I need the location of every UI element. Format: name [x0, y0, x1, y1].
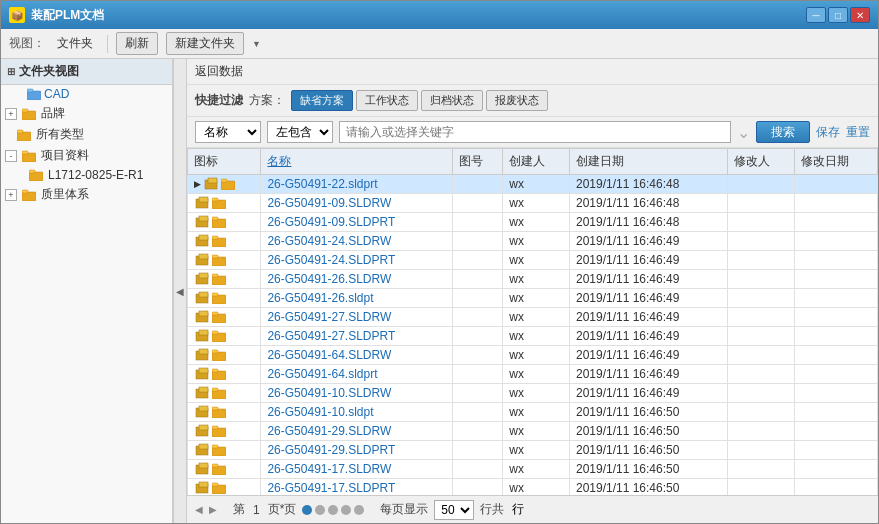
col-modify-date[interactable]: 修改日期: [794, 149, 877, 175]
page-dot-4[interactable]: [341, 505, 351, 515]
table-row[interactable]: 26-G50491-27.SLDRWwx2019/1/11 16:46:49: [188, 308, 878, 327]
table-row[interactable]: 26-G50491-09.SLDRWwx2019/1/11 16:46:48: [188, 194, 878, 213]
table-row[interactable]: ▶26-G50491-22.sldprtwx2019/1/11 16:46:48: [188, 175, 878, 194]
search-input[interactable]: [339, 121, 731, 143]
file-name-cell[interactable]: 26-G50491-64.sldprt: [261, 365, 453, 384]
file-name-cell[interactable]: 26-G50491-09.SLDRW: [261, 194, 453, 213]
new-folder-button[interactable]: 新建文件夹: [166, 32, 244, 55]
table-row[interactable]: 26-G50491-26.sldptwx2019/1/11 16:46:49: [188, 289, 878, 308]
sidebar-item-all-types[interactable]: 所有类型: [1, 124, 172, 145]
dropdown-arrow-icon[interactable]: ▼: [252, 39, 261, 49]
file-name-link[interactable]: 26-G50491-24.SLDPRT: [267, 253, 395, 267]
file-name-cell[interactable]: 26-G50491-10.SLDRW: [261, 384, 453, 403]
file-name-cell[interactable]: 26-G50491-64.SLDRW: [261, 346, 453, 365]
sidebar-item-quality-label: 质里体系: [41, 186, 89, 203]
table-row[interactable]: 26-G50491-29.SLDPRTwx2019/1/11 16:46:50: [188, 441, 878, 460]
search-field-select[interactable]: 名称 图号 创建人: [195, 121, 261, 143]
file-name-link[interactable]: 26-G50491-27.SLDRW: [267, 310, 391, 324]
col-create-date[interactable]: 创建日期: [569, 149, 727, 175]
file-name-link[interactable]: 26-G50491-27.SLDPRT: [267, 329, 395, 343]
modify-date-cell: [794, 232, 877, 251]
table-row[interactable]: 26-G50491-64.SLDRWwx2019/1/11 16:46:49: [188, 346, 878, 365]
file-name-link[interactable]: 26-G50491-64.SLDRW: [267, 348, 391, 362]
file-name-cell[interactable]: 26-G50491-29.SLDRW: [261, 422, 453, 441]
table-row[interactable]: 26-G50491-17.SLDRWwx2019/1/11 16:46:50: [188, 460, 878, 479]
table-row[interactable]: 26-G50491-26.SLDRWwx2019/1/11 16:46:49: [188, 270, 878, 289]
file-name-link[interactable]: 26-G50491-09.SLDPRT: [267, 215, 395, 229]
file-name-cell[interactable]: 26-G50491-27.SLDPRT: [261, 327, 453, 346]
file-name-cell[interactable]: 26-G50491-22.sldprt: [261, 175, 453, 194]
per-page-select[interactable]: 50 20 100: [434, 500, 474, 520]
close-button[interactable]: ✕: [850, 7, 870, 23]
page-dot-3[interactable]: [328, 505, 338, 515]
file-name-cell[interactable]: 26-G50491-17.SLDPRT: [261, 479, 453, 496]
col-modifier[interactable]: 修改人: [728, 149, 795, 175]
expand-quality-icon[interactable]: +: [5, 189, 17, 201]
col-icon[interactable]: 图标: [188, 149, 261, 175]
page-dot-5[interactable]: [354, 505, 364, 515]
svg-rect-51: [212, 350, 218, 353]
file-name-link[interactable]: 26-G50491-29.SLDPRT: [267, 443, 395, 457]
sidebar-collapse-button[interactable]: ◀: [173, 59, 187, 523]
file-name-link[interactable]: 26-G50491-10.sldpt: [267, 405, 373, 419]
file-name-cell[interactable]: 26-G50491-26.sldpt: [261, 289, 453, 308]
scrollbar-left[interactable]: ◀: [195, 504, 203, 515]
page-dot-1[interactable]: [302, 505, 312, 515]
file-name-link[interactable]: 26-G50491-26.sldpt: [267, 291, 373, 305]
file-name-link[interactable]: 26-G50491-09.SLDRW: [267, 196, 391, 210]
file-name-cell[interactable]: 26-G50491-10.sldpt: [261, 403, 453, 422]
sidebar-item-quality[interactable]: + 质里体系: [1, 184, 172, 205]
table-row[interactable]: 26-G50491-09.SLDPRTwx2019/1/11 16:46:48: [188, 213, 878, 232]
file-name-cell[interactable]: 26-G50491-26.SLDRW: [261, 270, 453, 289]
refresh-button[interactable]: 刷新: [116, 32, 158, 55]
dropdown-expand-icon[interactable]: ⌄: [737, 123, 750, 142]
tab-work-status[interactable]: 工作状态: [356, 90, 418, 111]
table-row[interactable]: 26-G50491-24.SLDPRTwx2019/1/11 16:46:49: [188, 251, 878, 270]
expand-project-icon[interactable]: -: [5, 150, 17, 162]
table-row[interactable]: 26-G50491-10.sldptwx2019/1/11 16:46:50: [188, 403, 878, 422]
sidebar-item-project[interactable]: - 项目资料: [1, 145, 172, 166]
file-name-link[interactable]: 26-G50491-17.SLDPRT: [267, 481, 395, 495]
tab-discard-status[interactable]: 报废状态: [486, 90, 548, 111]
tab-archive-status[interactable]: 归档状态: [421, 90, 483, 111]
table-row[interactable]: 26-G50491-64.sldprtwx2019/1/11 16:46:49: [188, 365, 878, 384]
file-name-link[interactable]: 26-G50491-24.SLDRW: [267, 234, 391, 248]
scrollbar-right[interactable]: ▶: [209, 504, 217, 515]
file-name-cell[interactable]: 26-G50491-24.SLDRW: [261, 232, 453, 251]
sidebar-item-l1712[interactable]: L1712-0825-E-R1: [1, 166, 172, 184]
table-row[interactable]: 26-G50491-24.SLDRWwx2019/1/11 16:46:49: [188, 232, 878, 251]
file-name-link[interactable]: 26-G50491-29.SLDRW: [267, 424, 391, 438]
file-name-link[interactable]: 26-G50491-17.SLDRW: [267, 462, 391, 476]
reset-link[interactable]: 重置: [846, 124, 870, 141]
table-row[interactable]: 26-G50491-10.SLDRWwx2019/1/11 16:46:49: [188, 384, 878, 403]
svg-rect-22: [212, 219, 226, 228]
file-name-cell[interactable]: 26-G50491-24.SLDPRT: [261, 251, 453, 270]
file-name-cell[interactable]: 26-G50491-17.SLDRW: [261, 460, 453, 479]
file-name-cell[interactable]: 26-G50491-09.SLDPRT: [261, 213, 453, 232]
sidebar-item-brand[interactable]: + 品牌: [1, 103, 172, 124]
save-link[interactable]: 保存: [816, 124, 840, 141]
file-name-cell[interactable]: 26-G50491-27.SLDRW: [261, 308, 453, 327]
search-button[interactable]: 搜索: [756, 121, 810, 143]
minimize-button[interactable]: ─: [806, 7, 826, 23]
tab-default-scheme[interactable]: 缺省方案: [291, 90, 353, 111]
page-dot-2[interactable]: [315, 505, 325, 515]
file-name-link[interactable]: 26-G50491-22.sldprt: [267, 177, 377, 191]
col-drawing[interactable]: 图号: [453, 149, 503, 175]
table-row[interactable]: 26-G50491-27.SLDPRTwx2019/1/11 16:46:49: [188, 327, 878, 346]
search-condition-select[interactable]: 左包含 包含 等于: [267, 121, 333, 143]
col-name[interactable]: 名称: [261, 149, 453, 175]
col-creator[interactable]: 创建人: [503, 149, 570, 175]
sidebar-item-cad[interactable]: CAD: [1, 85, 172, 103]
maximize-button[interactable]: □: [828, 7, 848, 23]
expand-brand-icon[interactable]: +: [5, 108, 17, 120]
table-row[interactable]: 26-G50491-29.SLDRWwx2019/1/11 16:46:50: [188, 422, 878, 441]
expand-all-icon[interactable]: ⊞: [7, 66, 15, 77]
file-name-link[interactable]: 26-G50491-26.SLDRW: [267, 272, 391, 286]
file-table: 图标 名称 图号 创建人 创建日期 修改人 修改日期 ▶26-G50491-22…: [187, 148, 878, 495]
file-name-link[interactable]: 26-G50491-64.sldprt: [267, 367, 377, 381]
file-name-link[interactable]: 26-G50491-10.SLDRW: [267, 386, 391, 400]
part-icon: [194, 481, 210, 495]
file-name-cell[interactable]: 26-G50491-29.SLDPRT: [261, 441, 453, 460]
table-row[interactable]: 26-G50491-17.SLDPRTwx2019/1/11 16:46:50: [188, 479, 878, 496]
